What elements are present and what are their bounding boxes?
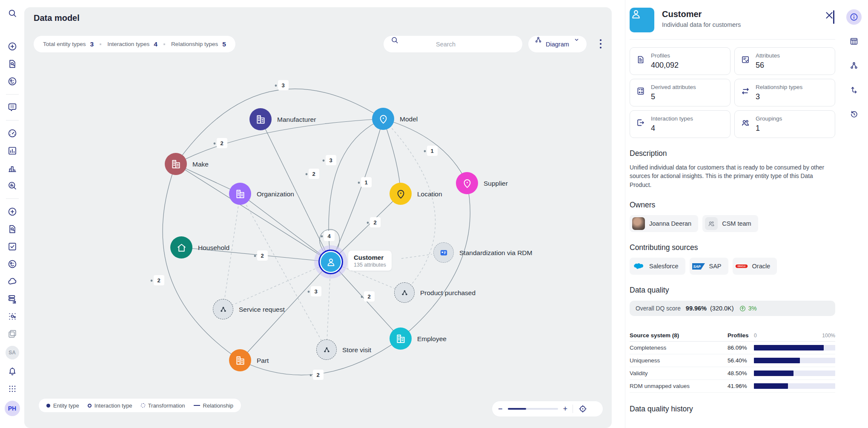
sidebar-item-add-record[interactable] xyxy=(7,206,18,217)
panel-tab-transformations[interactable] xyxy=(846,82,862,98)
zoom-out-button[interactable]: − xyxy=(498,405,503,413)
edge-arrow-dot xyxy=(254,255,256,257)
recenter-button[interactable] xyxy=(578,404,587,414)
bell-icon xyxy=(7,366,17,376)
sources-heading: Contributing sources xyxy=(630,243,835,252)
card-value: 1 xyxy=(756,124,782,133)
edge-count-value: 3 xyxy=(281,82,284,89)
stat-card-derived-attributes[interactable]: Derived attributes 5 xyxy=(630,79,730,106)
sidebar-divider xyxy=(6,120,19,121)
owners-chips: Joanna DeeranCSM team xyxy=(630,215,835,232)
graph-node-customer[interactable] xyxy=(318,250,343,274)
graph-node-household[interactable] xyxy=(170,236,192,259)
source-chip-salesforce[interactable]: Salesforce xyxy=(630,258,685,275)
edge-arrow-dot xyxy=(367,222,369,224)
panel-tab-graph-view[interactable] xyxy=(846,58,862,73)
building-icon xyxy=(235,188,246,200)
sidebar-item-create[interactable] xyxy=(7,41,18,52)
legend-item-transformation: Transformation xyxy=(141,402,185,409)
bar-fill xyxy=(754,358,800,363)
table-header-row: Source system (8) Profiles 0 100% xyxy=(630,327,835,342)
sidebar-item-profile-search[interactable] xyxy=(7,58,18,69)
legend-label: Interaction type xyxy=(95,402,132,409)
card-label: Groupings xyxy=(756,115,782,122)
sidebar-item-cloud[interactable] xyxy=(7,276,18,287)
left-sidebar: SAPH xyxy=(0,0,24,428)
face-icon xyxy=(7,259,17,269)
graph-edge xyxy=(163,164,240,360)
sidebar-item-integrations[interactable] xyxy=(7,293,18,304)
graph-edge-dashed xyxy=(401,254,432,259)
sidebar-item-app-switcher[interactable] xyxy=(7,383,18,394)
source-chip-sap[interactable]: SAPSAP xyxy=(690,258,728,275)
graph-node-part[interactable] xyxy=(229,349,251,371)
sidebar-item-search-records[interactable] xyxy=(7,224,18,235)
edge-arrow-dot xyxy=(323,160,325,162)
sidebar-item-personas[interactable] xyxy=(7,259,18,270)
zoom-in-button[interactable]: + xyxy=(563,405,568,413)
panel-tab-table-view[interactable] xyxy=(846,34,862,49)
panel-header: Customer Individual data for customers xyxy=(630,8,835,40)
sidebar-item-search[interactable] xyxy=(7,8,18,19)
graph-node-manufacturer[interactable] xyxy=(249,108,272,130)
zoom-slider[interactable] xyxy=(508,408,558,410)
panel-tab-details[interactable] xyxy=(846,9,862,25)
sidebar-item-dashboard[interactable] xyxy=(7,128,18,139)
sidebar-divider xyxy=(6,94,19,95)
zoom-controls: − + xyxy=(492,401,603,417)
owner-chip-csm-team[interactable]: CSM team xyxy=(702,215,758,232)
dq-score-count: (320.0K) xyxy=(710,305,734,312)
share3-icon xyxy=(322,345,332,355)
stat-card-profiles[interactable]: Profiles 400,092 xyxy=(630,47,730,75)
edge-arrow-dot xyxy=(151,280,153,282)
stat-card-groupings[interactable]: Groupings 1 xyxy=(734,110,835,138)
sidebar-item-notifications[interactable] xyxy=(7,366,18,377)
metric-value: 48.50% xyxy=(728,370,754,376)
description-heading: Description xyxy=(630,149,835,158)
sidebar-avatar-user-ph[interactable]: PH xyxy=(5,401,20,416)
panel-tab-history[interactable] xyxy=(846,106,862,122)
graph-node-employee[interactable] xyxy=(390,327,412,350)
sidebar-item-tasks[interactable] xyxy=(7,241,18,252)
graph-edge-dashed xyxy=(327,262,331,350)
sidebar-avatar-workspace-sa[interactable]: SA xyxy=(6,346,19,359)
apps-icon xyxy=(7,384,17,394)
graph-edge xyxy=(181,247,331,262)
sidebar-item-analytics[interactable] xyxy=(7,163,18,174)
card-value: 4 xyxy=(651,124,693,133)
edge-count-value: 3 xyxy=(329,157,332,164)
checkbox-icon xyxy=(7,241,17,252)
sidebar-item-assistant[interactable] xyxy=(7,102,18,113)
graph-node-make[interactable] xyxy=(165,153,187,175)
data-model-canvas[interactable]: Data model Total entity types3Interactio… xyxy=(24,7,612,428)
edge-arrow-dot xyxy=(214,143,216,145)
edge-count-value: 2 xyxy=(367,293,370,300)
source-chip-oracle[interactable]: ORACLEOracle xyxy=(733,258,777,275)
stat-card-interaction-types[interactable]: Interaction types 4 xyxy=(630,110,730,138)
graph-node-rdm[interactable] xyxy=(433,242,454,263)
sidebar-item-match-monitor[interactable] xyxy=(7,76,18,87)
card-value: 3 xyxy=(756,92,802,101)
sidebar-item-automation[interactable] xyxy=(7,311,18,322)
owner-chip-joanna-deeran[interactable]: Joanna Deeran xyxy=(630,215,698,232)
dq-score-bar: Overall DQ score 99.96% (320.0K) 3% xyxy=(630,301,835,316)
sidebar-divider xyxy=(6,198,19,199)
graph-node-location[interactable] xyxy=(390,183,412,205)
doc-icon xyxy=(636,54,645,63)
graph-node-product[interactable] xyxy=(394,282,415,303)
graph-node-store[interactable] xyxy=(316,339,337,360)
graph-node-organization[interactable] xyxy=(229,183,251,205)
sidebar-item-workspaces[interactable] xyxy=(7,328,18,339)
graph-node-service[interactable] xyxy=(213,299,233,319)
stat-card-attributes[interactable]: Attributes 56 xyxy=(734,47,835,75)
bar-fill xyxy=(754,371,794,376)
sidebar-item-data-insights[interactable] xyxy=(7,180,18,191)
sidebar-item-reports[interactable] xyxy=(7,145,18,156)
legend-item-interaction-type: Interaction type xyxy=(88,402,132,409)
calculator-icon xyxy=(636,85,645,95)
swap-icon xyxy=(849,85,859,95)
table-row-rdm-unmapped-values: RDM unmapped values 41.96% xyxy=(630,380,835,393)
stat-card-relationship-types[interactable]: Relationship types 3 xyxy=(734,79,835,106)
graph-node-supplier[interactable] xyxy=(456,172,478,194)
graph-node-model[interactable] xyxy=(372,108,394,130)
